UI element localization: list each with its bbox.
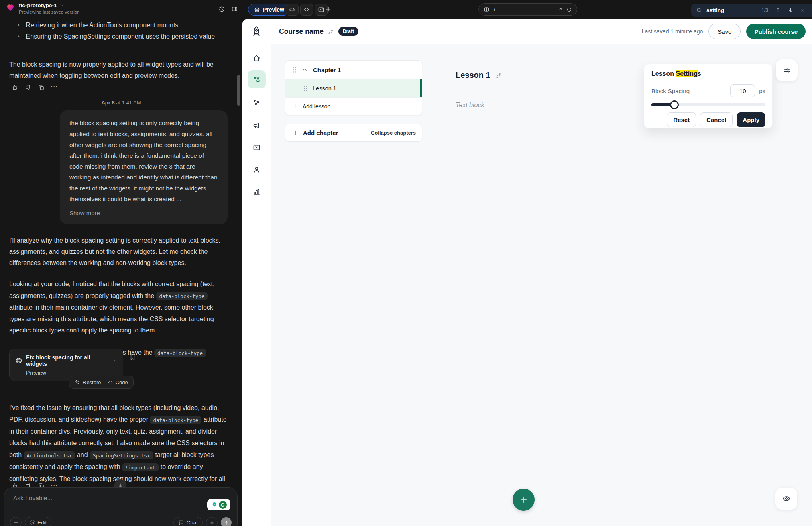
chat-mode-button[interactable]: Chat (173, 517, 203, 526)
thumbs-up-icon[interactable] (11, 84, 18, 91)
nav-profile[interactable] (248, 161, 266, 179)
block-spacing-slider[interactable] (651, 103, 765, 106)
code-button[interactable]: Code (108, 379, 128, 385)
block-spacing-input[interactable] (730, 84, 755, 97)
chapter-card: Chapter 1 Lesson 1 Add lesson (285, 60, 422, 115)
drag-handle-icon[interactable] (292, 67, 296, 73)
history-icon[interactable] (218, 6, 225, 12)
reset-button[interactable]: Reset (667, 112, 696, 127)
voice-input-button[interactable] (206, 517, 218, 526)
list-item: •Ensuring the SpacingSettings component … (18, 31, 234, 42)
grammarly-badge[interactable]: G (207, 499, 230, 510)
text-block-placeholder[interactable]: Text block (456, 102, 484, 109)
undo-icon (75, 379, 80, 385)
attach-plus-button[interactable] (10, 517, 22, 526)
add-chapter-card: Add chapter Collapse chapters (285, 124, 422, 142)
preview-eye-button[interactable] (775, 488, 797, 510)
app-preview: Course name Draft Last saved 1 minute ag… (242, 19, 812, 526)
project-menu[interactable]: flc-prototype-1 Previewing last saved ve… (6, 2, 80, 14)
add-lesson-button[interactable]: Add lesson (285, 97, 422, 115)
send-button[interactable] (221, 517, 232, 526)
settings-toggle-button[interactable] (776, 59, 798, 81)
last-saved-text: Last saved 1 minute ago (642, 28, 703, 35)
preview-button[interactable]: Preview (248, 4, 290, 16)
unit-label: px (759, 88, 765, 94)
find-next-icon[interactable] (786, 6, 795, 15)
open-external-icon[interactable] (557, 7, 562, 12)
copy-icon[interactable] (38, 84, 45, 91)
find-bar: 1/3 (691, 4, 812, 17)
show-more-link[interactable]: Show more (69, 208, 218, 218)
block-spacing-label: Block Spacing (651, 88, 730, 94)
restore-button[interactable]: Restore (75, 379, 101, 385)
collapse-chapters-button[interactable]: Collapse chapters (371, 130, 416, 136)
url-path: / (494, 6, 553, 12)
block-spacing-slider-thumb[interactable] (670, 100, 679, 109)
pages-icon (484, 6, 490, 12)
app-window: flc-prototype-1 Previewing last saved ve… (0, 0, 812, 526)
chapter-header[interactable]: Chapter 1 (285, 61, 422, 79)
user-message-bubble: the block spacing setting is only correc… (60, 110, 228, 224)
suggestion-bulb-icon (211, 502, 218, 508)
globe-icon (15, 357, 22, 364)
panel-toggle-icon[interactable] (231, 6, 238, 12)
chat-bubble-icon (178, 520, 184, 526)
url-bar[interactable]: / (478, 3, 577, 16)
find-close-icon[interactable] (798, 6, 807, 15)
lesson-row-selected[interactable]: Lesson 1 (285, 79, 422, 97)
project-name: flc-prototype-1 (19, 2, 57, 8)
assistant-paragraph: The block spacing is now properly applie… (9, 59, 229, 82)
nav-community[interactable] (248, 94, 266, 112)
search-icon (696, 7, 702, 13)
find-match-counter: 1/3 (761, 8, 768, 13)
assistant-bullet-list: •Retrieving it when the ActionTools comp… (18, 20, 234, 42)
edit-mode-button[interactable]: Edit (25, 517, 51, 526)
nav-courses-active[interactable] (248, 70, 266, 88)
new-tab-plus-icon[interactable] (325, 6, 332, 12)
nav-announcements[interactable] (248, 116, 266, 135)
chevron-down-icon (59, 3, 64, 8)
save-button[interactable]: Save (708, 24, 741, 39)
code-icon (108, 379, 113, 385)
find-previous-icon[interactable] (773, 6, 782, 15)
edit-course-name-icon[interactable] (328, 28, 334, 35)
code-view-button[interactable] (300, 4, 313, 16)
lesson-settings-panel: Lesson Settings Block Spacing px Reset C… (644, 64, 773, 128)
bookmark-icon[interactable] (129, 353, 136, 361)
chevron-right-icon (112, 358, 117, 363)
nav-inbox[interactable] (248, 139, 266, 157)
select-edit-icon (30, 520, 35, 525)
project-status: Previewing last saved version (19, 10, 80, 14)
course-header: Course name Draft Last saved 1 minute ag… (271, 19, 812, 44)
rocket-logo-icon[interactable] (249, 24, 264, 39)
apply-button[interactable]: Apply (737, 112, 765, 127)
deploy-cloud-button[interactable] (286, 4, 299, 16)
nav-analytics[interactable] (248, 183, 266, 201)
thumbs-down-icon[interactable] (24, 84, 32, 91)
chevron-up-icon[interactable] (301, 67, 308, 73)
lesson-settings-title: Lesson Settings (651, 70, 765, 77)
chat-composer: G Edit Chat (4, 487, 238, 526)
course-title: Course name (279, 27, 324, 36)
preview-label: Preview (263, 6, 284, 13)
list-item: •Retrieving it when the ActionTools comp… (18, 20, 234, 31)
add-chapter-button[interactable]: Add chapter (303, 129, 338, 136)
assistant-paragraph: I'll analyze why the block spacing setti… (9, 235, 229, 269)
chapter-title: Chapter 1 (313, 67, 341, 73)
grammarly-g-icon: G (219, 501, 227, 509)
publish-course-button[interactable]: Publish course (746, 24, 806, 39)
plus-icon (292, 130, 299, 136)
message-timestamp: Apr 8 at 1:41 AM (0, 100, 242, 106)
drag-handle-icon[interactable] (303, 85, 307, 92)
sidebar-scrollbar[interactable] (237, 75, 240, 106)
find-input[interactable] (706, 7, 758, 14)
add-block-fab[interactable] (513, 489, 535, 511)
more-options-icon[interactable]: ⋯ (51, 84, 57, 91)
edit-card-subtitle: Preview (26, 370, 117, 376)
chat-input[interactable] (12, 494, 165, 502)
edit-card-title: Fix block spacing for all widgets (26, 354, 108, 367)
refresh-icon[interactable] (566, 7, 572, 12)
cancel-button[interactable]: Cancel (700, 112, 733, 127)
nav-home[interactable] (248, 49, 266, 67)
edit-lesson-title-icon[interactable] (495, 72, 503, 79)
